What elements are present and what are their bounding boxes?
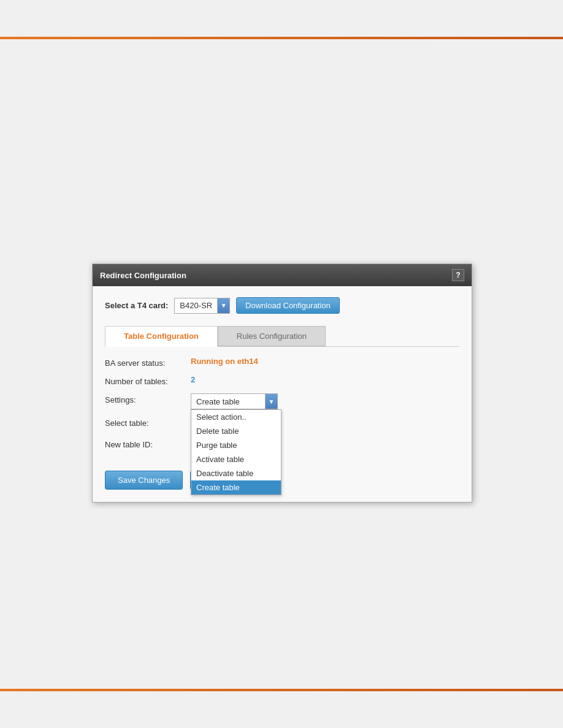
ba-server-row: BA server status: Running on eth14 bbox=[105, 357, 459, 368]
num-tables-value: 2 bbox=[191, 375, 195, 384]
card-select-arrow[interactable]: ▼ bbox=[217, 298, 229, 313]
buttons-row: Save Changes Discard Changes bbox=[105, 464, 459, 490]
dialog-titlebar: Redirect Configuration ? bbox=[93, 264, 472, 286]
tab-table-configuration[interactable]: Table Configuration bbox=[105, 326, 218, 347]
select-table-row: Select table: bbox=[105, 417, 459, 431]
num-tables-row: Number of tables: 2 bbox=[105, 375, 459, 386]
new-table-row: New table ID: bbox=[105, 438, 459, 452]
tabs-container: Table Configuration Rules Configuration bbox=[105, 326, 459, 347]
select-table-label: Select table: bbox=[105, 417, 191, 428]
card-select-wrapper: B420-SR ▼ bbox=[174, 298, 230, 314]
redirect-config-dialog: Redirect Configuration ? Select a T4 car… bbox=[92, 264, 472, 502]
ba-server-value: Running on eth14 bbox=[191, 357, 258, 366]
tab-rules-configuration[interactable]: Rules Configuration bbox=[218, 326, 326, 346]
settings-label: Settings: bbox=[105, 393, 191, 404]
dialog-body: Select a T4 card: B420-SR ▼ Download Con… bbox=[93, 286, 472, 502]
new-table-label: New table ID: bbox=[105, 438, 191, 449]
help-button[interactable]: ? bbox=[452, 269, 464, 281]
save-changes-button[interactable]: Save Changes bbox=[105, 471, 183, 490]
download-config-button[interactable]: Download Configuration bbox=[236, 297, 340, 314]
dropdown-item-select-action[interactable]: Select action.. bbox=[191, 410, 281, 424]
bottom-bar bbox=[0, 689, 563, 691]
dropdown-item-purge-table[interactable]: Purge table bbox=[191, 438, 281, 452]
card-select-row: Select a T4 card: B420-SR ▼ Download Con… bbox=[105, 297, 459, 314]
ba-server-label: BA server status: bbox=[105, 357, 191, 368]
dropdown-item-create-table[interactable]: Create table bbox=[191, 480, 281, 495]
card-select-label: Select a T4 card: bbox=[105, 301, 168, 310]
card-select-value: B420-SR bbox=[175, 299, 217, 312]
dropdown-item-delete-table[interactable]: Delete table bbox=[191, 424, 281, 438]
dialog-title: Redirect Configuration bbox=[100, 271, 186, 280]
dropdown-item-activate-table[interactable]: Activate table bbox=[191, 452, 281, 466]
settings-select-arrow[interactable]: ▼ bbox=[265, 394, 277, 409]
settings-select-value: Create table bbox=[191, 395, 265, 408]
num-tables-label: Number of tables: bbox=[105, 375, 191, 386]
settings-select-wrapper: Create table ▼ bbox=[191, 393, 278, 409]
settings-select-container: Create table ▼ Select action.. Delete ta… bbox=[191, 393, 278, 409]
settings-dropdown-menu: Select action.. Delete table Purge table… bbox=[191, 409, 282, 495]
dropdown-item-deactivate-table[interactable]: Deactivate table bbox=[191, 466, 281, 480]
top-bar bbox=[0, 37, 563, 39]
settings-row: Settings: Create table ▼ Select action..… bbox=[105, 393, 459, 409]
